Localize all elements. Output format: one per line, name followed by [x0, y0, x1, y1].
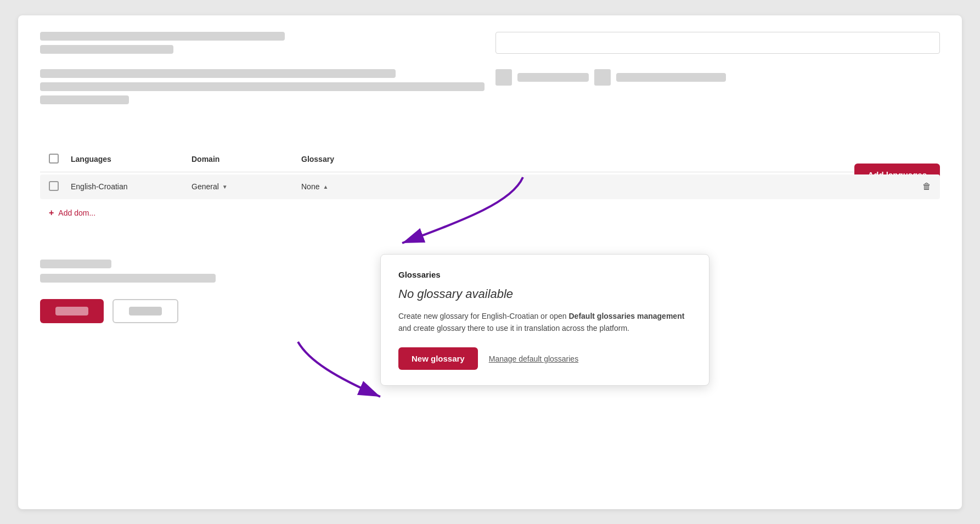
table-row: English-Croatian General ▼ None ▲ 🗑 [40, 174, 940, 199]
row-glossary[interactable]: None ▲ [301, 182, 898, 191]
default-glossaries-link-text: Default glossaries management [569, 312, 685, 320]
arrow-to-new-glossary [298, 342, 380, 397]
second-skeleton-section [40, 69, 940, 109]
glossary-value: None [301, 182, 319, 191]
skeleton-bar [40, 69, 396, 78]
skeleton-bar [40, 82, 485, 91]
glossary-popup-actions: New glossary Manage default glossaries [398, 347, 691, 370]
skeleton-bar [40, 32, 285, 41]
skeleton-bar [616, 73, 726, 82]
skeleton-bar [40, 95, 129, 104]
manage-default-glossaries-link[interactable]: Manage default glossaries [489, 354, 578, 363]
glossary-popup-description: Create new glossary for English-Croatian… [398, 310, 691, 335]
skeleton-bar [40, 260, 111, 268]
row-language: English-Croatian [71, 182, 192, 191]
top-skeleton-section [40, 32, 940, 58]
add-domain-row[interactable]: + Add dom... [40, 199, 940, 227]
chevron-up-icon: ▲ [323, 184, 328, 190]
add-domain-label: Add dom... [58, 209, 95, 217]
plus-icon: + [49, 208, 54, 218]
header-glossary: Glossary [301, 155, 931, 164]
skeleton-bar [129, 307, 162, 315]
skeleton-square [594, 69, 611, 86]
glossary-select[interactable]: None ▲ [301, 182, 898, 191]
table-header: Languages Domain Glossary [40, 147, 940, 172]
new-glossary-button[interactable]: New glossary [398, 347, 478, 370]
header-checkbox-col [49, 154, 71, 165]
save-button[interactable] [40, 299, 104, 323]
domain-select[interactable]: General ▼ [192, 182, 301, 191]
chevron-down-icon: ▼ [222, 184, 228, 190]
header-checkbox[interactable] [49, 154, 59, 164]
second-left-skeleton [40, 69, 485, 109]
spacer [40, 114, 940, 136]
skeleton-bar [40, 274, 216, 283]
glossary-popup: Glossaries No glossary available Create … [380, 254, 709, 386]
cancel-button[interactable] [112, 299, 178, 323]
skeleton-bar [55, 307, 88, 315]
header-domain: Domain [192, 155, 301, 164]
second-right-skeleton [495, 69, 940, 109]
top-right-skeleton [495, 32, 940, 58]
row-domain[interactable]: General ▼ [192, 182, 301, 191]
table-section: Languages Domain Glossary English-Croati… [40, 147, 940, 227]
row-checkbox-col [49, 181, 71, 193]
skeleton-input [495, 32, 940, 54]
row-checkbox[interactable] [49, 181, 59, 191]
top-left-skeleton [40, 32, 485, 58]
inline-skeleton [495, 69, 726, 86]
skeleton-bar [517, 73, 589, 82]
delete-row-icon[interactable]: 🗑 [922, 182, 931, 191]
glossary-popup-empty-text: No glossary available [398, 287, 691, 301]
main-container: Add languages Languages Domain Glossary … [18, 15, 962, 509]
row-actions: 🗑 [898, 182, 931, 191]
glossary-popup-title: Glossaries [398, 270, 691, 279]
skeleton-bar [40, 45, 173, 54]
skeleton-square [495, 69, 512, 86]
domain-value: General [192, 182, 219, 191]
header-languages: Languages [71, 155, 192, 164]
